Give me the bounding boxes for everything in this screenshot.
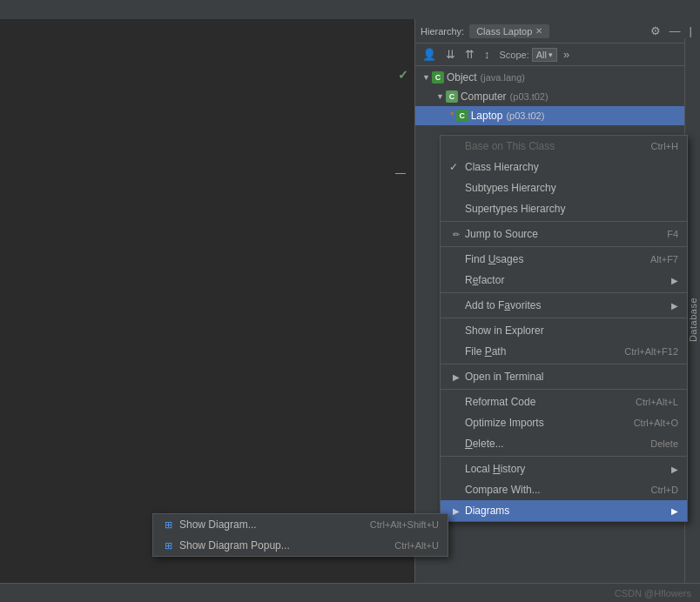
tree-item-computer[interactable]: ▼ C Computer (p03.t02) <box>415 87 700 106</box>
menu-item-delete[interactable]: Delete... Delete <box>441 433 687 454</box>
menu-label-find-usages: Find Usages <box>465 253 633 265</box>
tree-item-laptop[interactable]: * C Laptop (p03.t02) <box>415 106 700 125</box>
context-menu: Base on This Class Ctrl+H ✓ Class Hierar… <box>440 135 688 522</box>
menu-item-show-in-explorer[interactable]: Show in Explorer <box>441 320 687 341</box>
left-indicator: — <box>395 167 406 179</box>
class-icon-object: C <box>432 71 444 84</box>
asterisk-laptop: * <box>450 110 454 122</box>
menu-item-class-hierarchy[interactable]: ✓ Class Hierarchy <box>441 157 687 177</box>
class-icon-laptop: C <box>456 110 468 122</box>
menu-item-show-diagram-popup[interactable]: ⊞ Show Diagram Popup... Ctrl+Alt+U <box>153 535 448 556</box>
menu-shortcut-reformat: Ctrl+Alt+L <box>636 397 678 407</box>
minimize-icon[interactable]: — <box>667 23 683 38</box>
scope-value: All <box>536 50 547 60</box>
person-icon[interactable]: 👤 <box>419 46 440 63</box>
database-tab-label: Database <box>688 298 698 342</box>
menu-item-file-path[interactable]: File Path Ctrl+Alt+F12 <box>441 341 687 362</box>
diagrams-icon: ▶ <box>449 504 463 518</box>
menu-label-show-diagram-popup: Show Diagram Popup... <box>179 539 377 552</box>
settings-icon[interactable]: ⚙ <box>648 23 663 38</box>
menu-label-file-path: File Path <box>465 345 607 358</box>
menu-label-compare-with: Compare With... <box>465 484 634 496</box>
top-bar <box>0 0 700 19</box>
jump-icon: ✏ <box>449 227 463 241</box>
diagrams-submenu: ⊞ Show Diagram... Ctrl+Alt+Shift+U ⊞ Sho… <box>152 513 448 557</box>
menu-label-supertypes-hierarchy: Supertypes Hierarchy <box>465 203 678 215</box>
menu-item-reformat-code[interactable]: Reformat Code Ctrl+Alt+L <box>441 391 687 412</box>
collapse-arrow-computer: ▼ <box>436 92 444 101</box>
show-diagram-icon: ⊞ <box>162 518 174 531</box>
menu-item-base-on-class[interactable]: Base on This Class Ctrl+H <box>441 136 687 157</box>
more-icon[interactable]: » <box>560 46 573 63</box>
menu-check-class-hierarchy: ✓ <box>449 161 463 173</box>
menu-item-supertypes-hierarchy[interactable]: Supertypes Hierarchy <box>441 198 687 219</box>
tree-area: ▼ C Object (java.lang) ▼ C Computer (p03… <box>415 66 700 127</box>
menu-label-delete: Delete... <box>465 438 633 450</box>
menu-item-compare-with[interactable]: Compare With... Ctrl+D <box>441 479 687 500</box>
separator-5 <box>441 364 687 365</box>
menu-item-add-to-favorites[interactable]: Add to Favorites ▶ <box>441 295 687 316</box>
scope-label: Scope: <box>500 50 529 60</box>
menu-shortcut-show-diagram-popup: Ctrl+Alt+U <box>394 540 439 551</box>
menu-label-optimize-imports: Optimize Imports <box>465 417 616 429</box>
menu-label-show-in-explorer: Show in Explorer <box>465 324 678 337</box>
menu-shortcut-find: Alt+F7 <box>650 254 678 264</box>
watermark-text: CSDN @Hflowers <box>615 588 691 599</box>
menu-shortcut-file-path: Ctrl+Alt+F12 <box>624 346 678 357</box>
menu-label-refactor: Refactor <box>465 274 671 286</box>
menu-label-jump-to-source: Jump to Source <box>465 228 650 240</box>
menu-label-reformat-code: Reformat Code <box>465 396 618 408</box>
favorites-arrow-icon: ▶ <box>671 301 678 311</box>
class-laptop-tab[interactable]: Class Laptop ✕ <box>469 24 549 38</box>
menu-item-jump-to-source[interactable]: ✏ Jump to Source F4 <box>441 224 687 244</box>
vertical-bar-icon[interactable]: | <box>687 23 695 38</box>
class-meta-computer: (p03.t02) <box>510 91 549 102</box>
tab-label: Class Laptop <box>476 26 532 37</box>
hierarchy-label: Hierarchy: <box>421 26 464 37</box>
terminal-icon: ▶ <box>449 370 463 384</box>
menu-shortcut-optimize: Ctrl+Alt+O <box>634 418 678 428</box>
menu-shortcut-compare: Ctrl+D <box>651 485 678 495</box>
menu-item-diagrams[interactable]: ▶ Diagrams ▶ <box>441 500 687 521</box>
class-name-object: Object <box>447 71 477 84</box>
collapse-arrow-object: ▼ <box>422 73 430 82</box>
tab-close-icon[interactable]: ✕ <box>535 26 542 36</box>
chevron-down-icon: ▾ <box>549 50 553 59</box>
menu-shortcut-show-diagram: Ctrl+Alt+Shift+U <box>370 519 439 530</box>
menu-shortcut-delete: Delete <box>650 438 678 449</box>
menu-shortcut-jump: F4 <box>667 229 678 239</box>
separator-4 <box>441 318 687 318</box>
menu-item-subtypes-hierarchy[interactable]: Subtypes Hierarchy <box>441 177 687 198</box>
bottom-bar: CSDN @Hflowers <box>0 583 700 602</box>
subtypes-icon[interactable]: ⇊ <box>442 46 459 63</box>
menu-item-local-history[interactable]: Local History ▶ <box>441 458 687 479</box>
class-name-computer: Computer <box>461 90 507 103</box>
menu-item-refactor[interactable]: Refactor ▶ <box>441 270 687 291</box>
refactor-arrow-icon: ▶ <box>671 276 678 285</box>
menu-item-optimize-imports[interactable]: Optimize Imports Ctrl+Alt+O <box>441 412 687 433</box>
header-icons: ⚙ — | <box>648 23 695 38</box>
sort-icon[interactable]: ↕ <box>481 46 494 63</box>
menu-item-open-in-terminal[interactable]: ▶ Open in Terminal <box>441 366 687 387</box>
menu-item-show-diagram[interactable]: ⊞ Show Diagram... Ctrl+Alt+Shift+U <box>153 514 448 535</box>
separator-6 <box>441 389 687 390</box>
tree-item-object[interactable]: ▼ C Object (java.lang) <box>415 68 700 87</box>
menu-label-diagrams: Diagrams <box>465 505 671 517</box>
class-meta-object: (java.lang) <box>481 72 525 83</box>
menu-label-open-in-terminal: Open in Terminal <box>465 371 678 383</box>
check-indicator: ✓ <box>398 68 408 82</box>
supertypes-icon[interactable]: ⇈ <box>461 46 478 63</box>
scope-dropdown[interactable]: All ▾ <box>532 48 557 62</box>
hierarchy-header: Hierarchy: Class Laptop ✕ ⚙ — | <box>415 19 700 43</box>
separator-2 <box>441 246 687 247</box>
menu-item-find-usages[interactable]: Find Usages Alt+F7 <box>441 249 687 270</box>
diagrams-arrow-icon: ▶ <box>671 506 678 516</box>
separator-1 <box>441 221 687 222</box>
menu-label-subtypes-hierarchy: Subtypes Hierarchy <box>465 182 678 194</box>
hierarchy-toolbar: 👤 ⇊ ⇈ ↕ Scope: All ▾ » <box>415 43 700 66</box>
menu-label-class-hierarchy: Class Hierarchy <box>465 161 678 173</box>
separator-7 <box>441 456 687 457</box>
local-history-arrow-icon: ▶ <box>671 465 678 474</box>
menu-shortcut-base: Ctrl+H <box>651 141 678 151</box>
menu-label-add-to-favorites: Add to Favorites <box>465 299 671 311</box>
